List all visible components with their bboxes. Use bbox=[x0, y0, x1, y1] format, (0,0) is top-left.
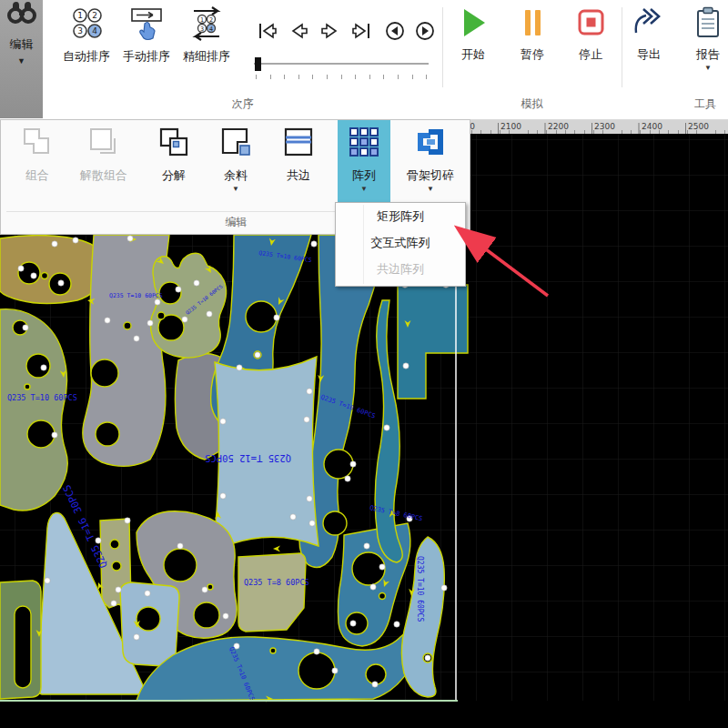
array-icon bbox=[344, 122, 384, 166]
svg-text:3: 3 bbox=[200, 25, 204, 33]
slider-track[interactable] bbox=[254, 63, 429, 65]
stop-button[interactable]: 停止 bbox=[568, 5, 613, 89]
chevron-down-icon: ▼ bbox=[427, 185, 434, 193]
export-label: 导出 bbox=[637, 46, 661, 63]
binoculars-icon bbox=[6, 0, 37, 31]
menu-item-common-edge-array: 共边阵列 bbox=[336, 256, 465, 282]
explode-icon bbox=[154, 122, 194, 166]
ribbon-toolbar: 编辑 ▼ 1234 自动排序 手动排序 bbox=[0, 0, 728, 120]
ruler-label: 2500 bbox=[688, 122, 709, 131]
combine-button: 组合 bbox=[10, 122, 65, 211]
report-button[interactable]: 报告 ▼ bbox=[684, 5, 728, 89]
auto-sort-icon: 1234 bbox=[68, 5, 105, 46]
ungroup-button: 解散组合 bbox=[72, 122, 136, 211]
combine-icon bbox=[17, 122, 57, 166]
menu-gutter-line bbox=[363, 205, 364, 284]
export-button[interactable]: 导出 bbox=[625, 5, 672, 89]
stop-label: 停止 bbox=[579, 46, 602, 63]
ruler-label: 2400 bbox=[642, 122, 662, 131]
group-separator bbox=[622, 7, 622, 87]
start-label: 开始 bbox=[461, 46, 485, 63]
nested-part[interactable] bbox=[150, 253, 226, 358]
last-step-button[interactable] bbox=[349, 18, 376, 44]
auto-sort-label: 自动排序 bbox=[63, 48, 110, 65]
sequence-slider[interactable] bbox=[254, 56, 429, 80]
combine-label: 组合 bbox=[25, 167, 49, 184]
slider-ticks bbox=[256, 75, 427, 79]
prev-step-button[interactable] bbox=[285, 18, 312, 44]
chevron-down-icon: ▼ bbox=[360, 185, 368, 193]
group-label-simulation: 模拟 bbox=[442, 96, 622, 115]
svg-text:4: 4 bbox=[92, 26, 97, 35]
play-backward-button[interactable] bbox=[381, 18, 409, 44]
skeleton-chop-icon bbox=[410, 122, 450, 166]
edit-tab-label: 编辑 bbox=[10, 36, 34, 53]
ruler-label: 2100 bbox=[500, 122, 521, 131]
fine-sort-icon: 1234 bbox=[187, 5, 227, 46]
ungroup-label: 解散组合 bbox=[80, 167, 127, 184]
first-step-button[interactable] bbox=[253, 18, 280, 44]
remnant-button[interactable]: 余料 ▼ bbox=[210, 122, 261, 211]
array-label: 阵列 bbox=[352, 167, 376, 184]
report-icon bbox=[693, 5, 723, 44]
chevron-down-icon: ▼ bbox=[704, 64, 712, 72]
start-button[interactable]: 开始 bbox=[450, 5, 496, 89]
fine-sort-button[interactable]: 1234 精细排序 bbox=[177, 5, 237, 89]
menu-item-rect-array[interactable]: 矩形阵列 bbox=[336, 203, 465, 229]
export-icon bbox=[631, 5, 667, 44]
part-label: Q235 T=10 60PCS bbox=[109, 292, 163, 299]
pause-icon bbox=[517, 5, 548, 44]
report-label: 报告 bbox=[696, 46, 720, 63]
chevron-down-icon: ▼ bbox=[17, 56, 25, 66]
manual-sort-button[interactable]: 手动排序 bbox=[116, 5, 177, 89]
play-forward-button[interactable] bbox=[411, 18, 439, 44]
part-label: Q235 T=10 60PCS bbox=[7, 393, 77, 402]
manual-sort-label: 手动排序 bbox=[123, 48, 170, 65]
play-icon bbox=[458, 5, 489, 44]
explode-label: 分解 bbox=[162, 167, 186, 184]
common-edge-icon bbox=[278, 122, 318, 166]
remnant-icon bbox=[216, 122, 256, 166]
svg-text:2: 2 bbox=[92, 11, 97, 20]
svg-text:3: 3 bbox=[77, 26, 83, 35]
slider-handle[interactable] bbox=[255, 57, 261, 71]
remnant-label: 余料 bbox=[224, 167, 248, 184]
ungroup-icon bbox=[84, 122, 124, 166]
common-edge-button[interactable]: 共边 bbox=[272, 122, 325, 211]
part-label: Q235 T=12 50PCS bbox=[205, 453, 291, 464]
ruler-label: 2300 bbox=[594, 122, 615, 131]
next-step-button[interactable] bbox=[317, 18, 344, 44]
stop-icon bbox=[575, 5, 606, 44]
group-separator bbox=[442, 7, 443, 87]
manual-sort-icon bbox=[128, 5, 165, 46]
svg-text:1: 1 bbox=[77, 11, 83, 20]
skeleton-chop-button[interactable]: 骨架切碎 ▼ bbox=[394, 122, 467, 211]
skeleton-chop-label: 骨架切碎 bbox=[407, 167, 454, 184]
group-label-order: 次序 bbox=[44, 96, 441, 115]
array-dropdown-menu: 矩形阵列 交互式阵列 共边阵列 bbox=[335, 202, 466, 287]
svg-text:2: 2 bbox=[209, 16, 213, 24]
edit-tab-button[interactable]: 编辑 ▼ bbox=[0, 0, 43, 118]
fine-sort-label: 精细排序 bbox=[183, 48, 230, 65]
explode-button[interactable]: 分解 bbox=[147, 122, 201, 211]
pause-label: 暂停 bbox=[521, 46, 544, 63]
menu-item-interactive-array[interactable]: 交互式阵列 bbox=[336, 229, 465, 256]
part-label: Q235 T=10 60PCS bbox=[416, 556, 424, 622]
common-edge-label: 共边 bbox=[287, 167, 310, 184]
svg-text:1: 1 bbox=[200, 16, 204, 24]
svg-text:4: 4 bbox=[209, 25, 213, 33]
chevron-down-icon: ▼ bbox=[232, 185, 239, 193]
pause-button[interactable]: 暂停 bbox=[510, 5, 555, 89]
auto-sort-button[interactable]: 1234 自动排序 bbox=[56, 5, 116, 89]
part-label: Q235 T=8 60PCS bbox=[244, 578, 309, 587]
ruler-label: 2200 bbox=[548, 122, 569, 131]
nested-part[interactable] bbox=[0, 309, 67, 511]
group-label-tools: 工具 bbox=[622, 96, 728, 115]
